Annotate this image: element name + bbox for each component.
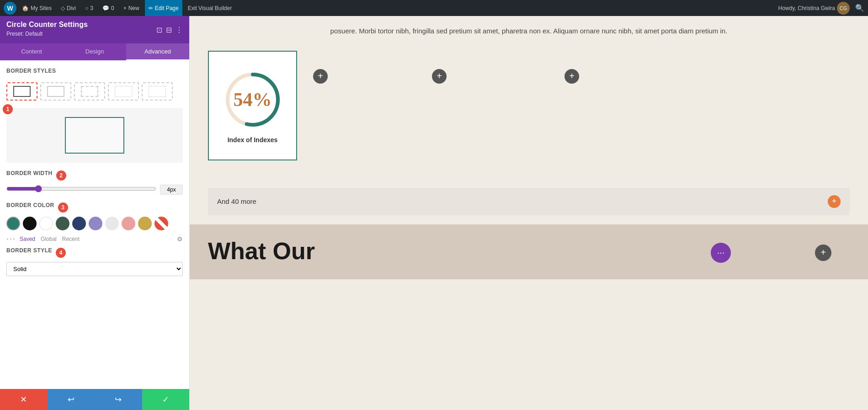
tab-advanced[interactable]: Advanced (126, 43, 189, 60)
comment-icon: 💬 (102, 5, 109, 11)
circle-count-item[interactable]: ○ 3 (81, 0, 97, 16)
border-width-slider[interactable] (6, 185, 156, 192)
undo-button[interactable]: ↩ (48, 389, 95, 410)
more-bar-plus-button[interactable]: + (828, 195, 841, 208)
border-styles-header: Border Styles (6, 68, 183, 79)
border-dotted-btn[interactable] (40, 82, 71, 101)
counter-value: 54% (234, 89, 272, 111)
my-sites-item[interactable]: 🏠 My Sites (18, 0, 55, 16)
user-label: Howdy, Christina Gwira (778, 5, 835, 11)
body-text: posuere. Morbi tortor nibh, fringilla se… (208, 25, 850, 37)
save-icon: ✓ (162, 394, 169, 405)
badge-1: 1 (3, 104, 13, 114)
swatch-teal[interactable] (6, 217, 20, 230)
gray-plus-button[interactable]: + (815, 245, 831, 261)
border-width-header: Border Width 2 (6, 170, 183, 181)
swatch-red-stripe[interactable] (154, 217, 168, 230)
border-style-dropdown-header: Border Style 4 (6, 247, 183, 258)
comment-count-item[interactable]: 💬 0 (99, 0, 118, 16)
thin-preview (115, 86, 132, 97)
edit-page-label: Edit Page (155, 5, 179, 11)
more-bar: And 40 more + (208, 188, 850, 215)
circle-counter-widget: 54% Index of Indexes (208, 51, 297, 160)
pencil-icon: ✏ (149, 5, 153, 11)
badge-4: 4 (56, 248, 66, 258)
plus-icon: + (123, 5, 127, 11)
border-dashed-btn[interactable] (74, 82, 105, 101)
redo-button[interactable]: ↪ (95, 389, 142, 410)
border-solid-btn[interactable] (6, 82, 37, 101)
border-style-dropdown-row: Solid Dotted Dashed Double None (6, 262, 183, 276)
dashed-preview (81, 86, 98, 97)
color-tab-recent[interactable]: Recent (60, 235, 81, 243)
dotted-preview (47, 86, 64, 97)
badge-2: 2 (56, 170, 66, 181)
settings-tabs: Content Design Advanced (0, 43, 189, 60)
tab-content[interactable]: Content (0, 43, 63, 60)
swatch-gold[interactable] (138, 217, 152, 230)
divi-label: Divi (67, 5, 76, 11)
search-icon[interactable]: 🔍 (855, 4, 864, 12)
widget-section: 54% Index of Indexes + + + (208, 51, 850, 174)
fullscreen-icon[interactable]: ⊡ (156, 26, 162, 34)
circle-count-label: 3 (90, 5, 93, 11)
plus-button-1[interactable]: + (313, 69, 328, 84)
bottom-toolbar: ✕ ↩ ↪ ✓ (0, 389, 189, 410)
home-icon: 🏠 (22, 5, 29, 11)
layout-icon[interactable]: ⊟ (166, 26, 172, 34)
counter-label: Index of Indexes (228, 136, 278, 144)
what-our-text: What Our (208, 238, 850, 264)
swatch-black[interactable] (23, 217, 37, 230)
preview-box (65, 117, 124, 154)
swatch-white[interactable] (39, 217, 53, 230)
main-layout: Circle Counter Settings Preset: Default … (0, 16, 868, 410)
new-item[interactable]: + New (120, 0, 143, 16)
panel-title: Circle Counter Settings (6, 21, 88, 29)
border-style-options (6, 82, 183, 101)
swatch-dark-green[interactable] (56, 217, 69, 230)
canvas-inner: posuere. Morbi tortor nibh, fringilla se… (190, 16, 868, 224)
circle-icon: ○ (85, 5, 88, 11)
border-style-select[interactable]: Solid Dotted Dashed Double None (6, 262, 183, 276)
my-sites-label: My Sites (31, 5, 52, 11)
preset-dropdown[interactable]: Preset: Default (6, 29, 88, 39)
badge-3: 3 (58, 202, 68, 213)
user-area: Howdy, Christina Gwira CG 🔍 (778, 2, 864, 15)
save-button[interactable]: ✓ (142, 389, 190, 410)
color-tab-saved[interactable]: Saved (18, 235, 37, 243)
border-style-dropdown-label: Border Style (6, 247, 52, 254)
redo-icon: ↪ (115, 394, 122, 405)
cancel-button[interactable]: ✕ (0, 389, 48, 410)
color-tab-global[interactable]: Global (39, 235, 59, 243)
avatar: CG (837, 2, 850, 15)
border-width-label: Border Width (6, 170, 53, 176)
purple-dots-button[interactable]: ··· (711, 243, 731, 263)
divi-icon: ◇ (61, 5, 65, 11)
cancel-icon: ✕ (20, 394, 27, 405)
swatch-light-gray[interactable] (105, 217, 119, 230)
gear-icon[interactable]: ⚙ (177, 235, 183, 243)
border-preview-area (6, 108, 183, 163)
swatch-navy[interactable] (72, 217, 86, 230)
dots-icon[interactable]: ··· (6, 234, 16, 244)
panel-content: Border Styles (0, 60, 189, 389)
divi-item[interactable]: ◇ Divi (57, 0, 80, 16)
border-width-slider-container (6, 185, 156, 194)
panel-header: Circle Counter Settings Preset: Default … (0, 16, 189, 43)
plus-button-2[interactable]: + (432, 69, 447, 84)
edit-page-item[interactable]: ✏ Edit Page (145, 0, 182, 16)
tab-design[interactable]: Design (63, 43, 126, 60)
more-icon[interactable]: ⋮ (176, 26, 183, 34)
settings-panel: Circle Counter Settings Preset: Default … (0, 16, 190, 410)
what-our-section: What Our ··· + (190, 224, 868, 279)
swatch-pink[interactable] (122, 217, 135, 230)
wordpress-icon[interactable]: W (4, 2, 16, 15)
border-width-slider-row: 4px (6, 185, 183, 195)
border-thin-btn[interactable] (108, 82, 139, 101)
color-tabs-row: ··· Saved Global Recent ⚙ (6, 234, 183, 244)
swatch-purple-light[interactable] (89, 217, 102, 230)
border-none-btn[interactable] (142, 82, 173, 101)
plus-button-3[interactable]: + (564, 69, 579, 84)
exit-builder-item[interactable]: Exit Visual Builder (184, 0, 236, 16)
circle-svg-container: 54% (221, 68, 285, 132)
